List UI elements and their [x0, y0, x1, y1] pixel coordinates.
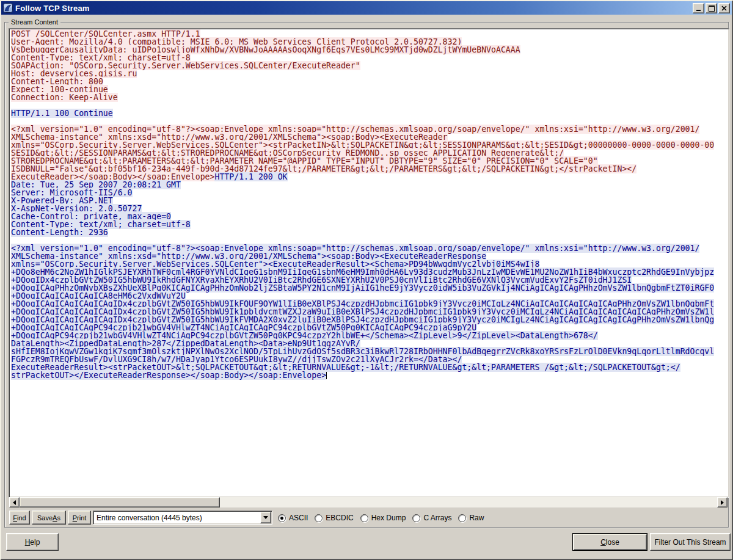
window-title: Follow TCP Stream	[15, 4, 90, 13]
stream-line: Connection: Keep-Alive	[11, 93, 728, 101]
server-data-segment: strPacketOUT></ExecuteReaderResponse></s…	[11, 371, 326, 380]
radio-circle-icon	[412, 514, 420, 522]
close-icon	[721, 5, 727, 11]
scroll-right-button[interactable]	[717, 497, 728, 507]
stream-text: POST /SQLCenter/SQLCenter.asmx HTTP/1.1U…	[11, 30, 728, 379]
maximize-button[interactable]	[706, 3, 717, 13]
radio-circle-icon	[315, 514, 323, 522]
server-data-segment: HTTP/1.1 100 Continue	[11, 109, 113, 118]
text-cursor	[326, 372, 327, 379]
window-close-button[interactable]	[718, 3, 730, 13]
titlebar[interactable]: Follow TCP Stream	[1, 1, 732, 15]
radio-raw[interactable]: Raw	[458, 514, 484, 522]
horizontal-scrollbar[interactable]	[9, 497, 728, 507]
server-data-segment: HTTP/1.1 200 OK	[214, 172, 287, 181]
radio-circle-icon	[360, 514, 368, 522]
scroll-left-button[interactable]	[9, 497, 20, 507]
radio-label: C Arrays	[423, 514, 451, 522]
radio-label: ASCII	[289, 514, 308, 522]
display-mode-radio-group: ASCIIEBCDICHex DumpC ArraysRaw	[278, 512, 484, 524]
client-data-segment: Connection: Keep-Alive	[11, 93, 118, 102]
filter-out-stream-button[interactable]: Filter Out This Stream	[650, 533, 731, 551]
close-button[interactable]: Close	[572, 533, 647, 551]
conversation-range-select[interactable]: Entire conversation (4445 bytes)	[93, 511, 272, 525]
stream-line: Server: Microsoft-IIS/6.0	[11, 189, 728, 197]
stream-line: HTTP/1.1 100 Continue	[11, 109, 728, 117]
minimize-icon	[696, 10, 701, 11]
radio-c-arrays[interactable]: C Arrays	[412, 514, 451, 522]
triangle-left-icon	[10, 500, 16, 505]
chevron-down-icon	[263, 516, 268, 522]
radio-circle-icon	[458, 514, 466, 522]
stream-line: Host: devservices.gisis.ru	[11, 70, 728, 78]
radio-circle-icon	[278, 514, 286, 522]
stream-line	[11, 101, 728, 109]
radio-label: Hex Dump	[371, 514, 406, 522]
radio-label: EBCDIC	[326, 514, 353, 522]
help-button[interactable]: Help	[6, 533, 59, 551]
scrollbar-thumb[interactable]	[20, 497, 220, 507]
window-controls	[693, 3, 730, 13]
radio-ascii[interactable]: ASCII	[278, 514, 308, 522]
maximize-icon	[709, 5, 715, 12]
print-button[interactable]: Print	[68, 511, 91, 525]
radio-ebcdic[interactable]: EBCDIC	[315, 514, 353, 522]
save-as-button[interactable]: Save As	[32, 511, 66, 525]
stream-line: Content-Length: 800	[11, 78, 728, 85]
stream-line: Content-Length: 2936	[11, 228, 728, 236]
server-data-segment: Content-Length: 2936	[11, 228, 108, 237]
minimize-button[interactable]	[693, 3, 704, 13]
stream-line: Content-Type: text/xml; charset=utf-8	[11, 220, 728, 228]
triangle-right-icon	[721, 500, 726, 505]
follow-tcp-stream-dialog: Follow TCP Stream Stream Content POST /S…	[0, 0, 733, 560]
stream-line: Expect: 100-continue	[11, 85, 728, 93]
radio-label: Raw	[469, 514, 484, 522]
stream-content-label: Stream Content	[9, 18, 60, 26]
dropdown-arrow-button[interactable]	[260, 512, 271, 523]
conversation-range-value: Entire conversation (4445 bytes)	[93, 514, 202, 522]
wireshark-icon	[3, 3, 13, 13]
stream-line: strPacketOUT></ExecuteReaderResponse></s…	[11, 371, 728, 379]
radio-hex-dump[interactable]: Hex Dump	[360, 514, 406, 522]
stream-text-area[interactable]: POST /SQLCenter/SQLCenter.asmx HTTP/1.1U…	[9, 28, 729, 498]
find-button[interactable]: Find	[9, 511, 30, 525]
